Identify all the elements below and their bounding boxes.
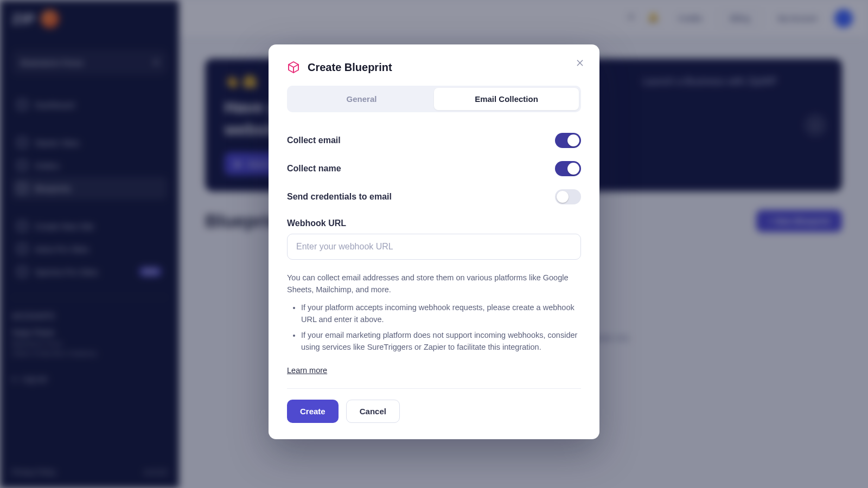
help-intro: You can collect email addresses and stor… [287,272,581,296]
help-bullet-2: If your email marketing platform does no… [301,329,581,354]
toggle-knob [567,134,579,146]
toggle-knob [557,191,569,203]
dialog-tabs: General Email Collection [287,86,581,112]
toggle-collect-name[interactable] [555,161,581,176]
dialog-divider [287,388,581,389]
create-button[interactable]: Create [287,400,339,423]
toggle-send-credentials[interactable] [555,189,581,204]
row-send-credentials: Send credentials to email [287,183,581,211]
label-webhook-url: Webhook URL [287,219,581,228]
help-text: You can collect email addresses and stor… [287,272,581,376]
close-icon [576,59,584,67]
dialog-actions: Create Cancel [287,400,581,423]
toggle-collect-email[interactable] [555,133,581,148]
tab-general[interactable]: General [289,88,434,110]
dialog-header: Create Blueprint [287,61,581,74]
create-blueprint-dialog: Create Blueprint General Email Collectio… [269,44,599,439]
label-collect-name: Collect name [287,164,341,174]
cancel-button[interactable]: Cancel [346,400,400,423]
learn-more-link[interactable]: Learn more [287,364,327,376]
dialog-title: Create Blueprint [308,61,392,74]
row-collect-email: Collect email [287,126,581,155]
modal-overlay[interactable]: Create Blueprint General Email Collectio… [0,0,868,488]
row-collect-name: Collect name [287,155,581,183]
label-send-credentials: Send credentials to email [287,192,392,202]
webhook-url-input[interactable] [287,234,581,260]
tab-email-collection[interactable]: Email Collection [434,88,579,110]
cube-icon [287,61,300,74]
help-bullet-1: If your platform accepts incoming webhoo… [301,301,581,326]
toggle-knob [567,163,579,175]
label-collect-email: Collect email [287,136,341,145]
close-button[interactable] [572,55,588,70]
